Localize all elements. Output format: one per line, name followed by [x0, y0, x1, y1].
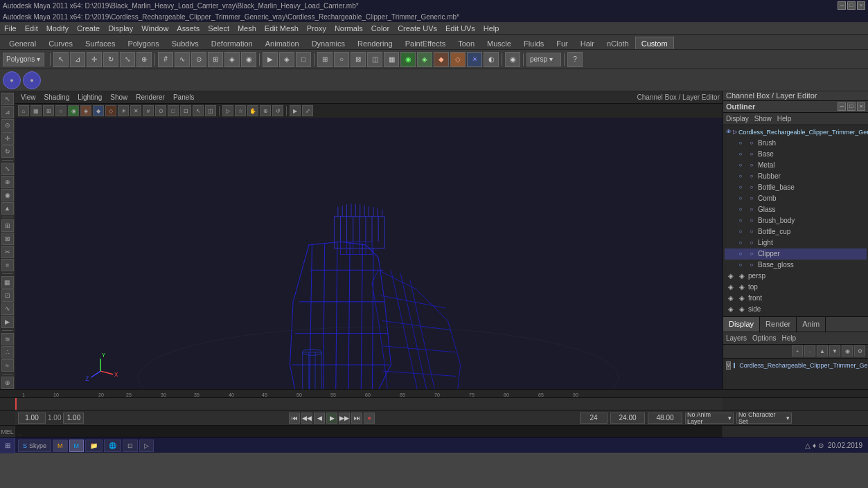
close-btn-1[interactable]: ×	[857, 1, 865, 10]
tex-btn[interactable]: ◆	[434, 52, 449, 67]
rotate-tool-btn[interactable]: ↻	[103, 52, 118, 67]
vp-icon-playblast[interactable]: ▷	[222, 105, 233, 116]
current-time-field[interactable]: 1.00	[18, 413, 46, 424]
display-menu-options[interactable]: Options	[752, 334, 776, 342]
outliner-item-metal[interactable]: ○ ○ Metal	[725, 160, 867, 171]
outliner-minimize-btn[interactable]: ─	[838, 102, 846, 111]
lasso-tool-btn[interactable]: ⊿	[70, 52, 85, 67]
layer-select-btn[interactable]: ◉	[842, 345, 853, 356]
layer-name[interactable]: Cordless_Rechargeable_Clipper_Trimmer_Ge…	[739, 362, 868, 369]
lt-rotate-btn[interactable]: ↻	[1, 145, 14, 158]
outliner-item-bottle-base[interactable]: ○ ○ Bottle_base	[725, 182, 867, 193]
vp-icon-bookmarks[interactable]: ☆	[235, 105, 246, 116]
light-btn[interactable]: ◇	[450, 52, 466, 67]
menu-select[interactable]: Select	[204, 22, 233, 34]
taskbar-item-browser[interactable]: 🌐	[104, 440, 121, 452]
lt-particles-btn[interactable]: ∴	[1, 346, 14, 359]
history-btn[interactable]: ⊞	[317, 52, 333, 67]
menu-edit[interactable]: Edit	[21, 22, 42, 34]
display-render-btn[interactable]: □	[296, 52, 311, 67]
prev-frame-btn[interactable]: ◀◀	[301, 413, 312, 424]
shelf-tab-curves[interactable]: Curves	[42, 37, 79, 49]
layer-visibility-check[interactable]: V	[726, 361, 731, 370]
outliner-item-brush-body[interactable]: ○ ○ Brush_body	[725, 215, 867, 226]
vp-icon-iso[interactable]: ◫	[205, 105, 216, 116]
shelf-tab-fur[interactable]: Fur	[550, 37, 574, 49]
display-menu-layers[interactable]: Layers	[726, 334, 747, 342]
shelf-tab-hair[interactable]: Hair	[574, 37, 601, 49]
layer-settings-btn[interactable]: ⚙	[854, 345, 865, 356]
lt-cut-btn[interactable]: ✂	[1, 246, 14, 258]
lt-fluids-btn[interactable]: ≈	[1, 359, 14, 372]
outliner-item-base-gloss[interactable]: ○ ○ Base_gloss	[725, 260, 867, 271]
menu-edit-uvs[interactable]: Edit UVs	[441, 22, 479, 34]
shelf-tab-rendering[interactable]: Rendering	[351, 37, 399, 49]
ipr-btn[interactable]: ◈	[279, 52, 294, 67]
display-menu-help[interactable]: Help	[781, 334, 796, 342]
snap-surface-btn[interactable]: ◈	[224, 52, 240, 67]
vp-menu-view[interactable]: View	[18, 93, 39, 101]
layer-up-btn[interactable]: ▲	[817, 345, 828, 356]
outliner-item-brush[interactable]: ○ ○ Brush	[725, 138, 867, 149]
menu-edit-mesh[interactable]: Edit Mesh	[260, 22, 303, 34]
vp-menu-panels[interactable]: Panels	[170, 93, 197, 101]
shelf-icon-1[interactable]: ●	[3, 71, 21, 89]
outliner-item-top[interactable]: ◈ ◈ top	[725, 282, 867, 293]
menu-assets[interactable]: Assets	[172, 22, 204, 34]
outliner-menu-show[interactable]: Show	[754, 115, 772, 123]
lt-scale-btn[interactable]: ⤡	[1, 163, 14, 175]
vp-icon-select[interactable]: ↖	[193, 105, 204, 116]
vp-icon-camera[interactable]: ⊙	[155, 105, 166, 116]
outliner-item-glass[interactable]: ○ ○ Glass	[725, 204, 867, 215]
shelf-tab-polygons[interactable]: Polygons	[121, 37, 165, 49]
snap-point-btn[interactable]: ⊙	[191, 52, 206, 67]
shelf-tab-general[interactable]: General	[3, 37, 42, 49]
start-frame-field[interactable]: 1.00	[63, 413, 84, 424]
taskbar-item-explorer[interactable]: 📁	[85, 440, 103, 452]
vp-icon-res[interactable]: □	[168, 105, 179, 116]
anim-layer-select[interactable]: No Anim Layer ▾	[685, 413, 734, 424]
outliner-item-comb[interactable]: ○ ○ Comb	[725, 193, 867, 204]
menu-display[interactable]: Display	[104, 22, 137, 34]
vp-icon-wire[interactable]: ⊞	[43, 105, 54, 116]
display-tab-render[interactable]: Render	[760, 317, 797, 332]
menu-create[interactable]: Create	[73, 22, 104, 34]
vp-icon-light2[interactable]: ✕	[130, 105, 141, 116]
vp-icon-shade3[interactable]: ◆	[93, 105, 104, 116]
lt-lasso-btn[interactable]: ⊿	[1, 106, 14, 118]
vp-icon-shade1[interactable]: ◉	[68, 105, 79, 116]
shelf-tab-animation[interactable]: Animation	[259, 37, 305, 49]
outliner-item-bottle-cup[interactable]: ○ ○ Bottle_cup	[725, 226, 867, 237]
taskbar-item-app2[interactable]: ▷	[139, 440, 154, 452]
vp-icon-zoom[interactable]: ⊕	[260, 105, 271, 116]
shelf-tab-ncloth[interactable]: nCloth	[601, 37, 635, 49]
outliner-item-root[interactable]: 👁 ▷ Cordless_Rechargeable_Clipper_Trimme…	[725, 127, 867, 138]
lt-target-btn[interactable]: ⊠	[1, 233, 14, 245]
camera-selector[interactable]: persp ▾	[526, 53, 561, 66]
menu-file[interactable]: File	[0, 22, 21, 34]
menu-create-uvs[interactable]: Create UVs	[393, 22, 441, 34]
shelf-tab-dynamics[interactable]: Dynamics	[305, 37, 351, 49]
xray-btn[interactable]: ◫	[367, 52, 382, 67]
vp-icon-expand[interactable]: ⤢	[302, 105, 313, 116]
taskbar-item-app1[interactable]: ⊡	[123, 440, 138, 452]
menu-modify[interactable]: Modify	[42, 22, 73, 34]
vp-icon-shade4[interactable]: ◇	[105, 105, 116, 116]
layer-new-btn[interactable]: +	[792, 345, 803, 356]
snap-curve-btn[interactable]: ∿	[175, 52, 190, 67]
next-key-btn[interactable]: ⏭	[351, 413, 362, 424]
outliner-item-clipper[interactable]: ○ ○ Clipper	[725, 248, 867, 260]
window-controls-1[interactable]: ─ □ ×	[838, 1, 865, 10]
vp-icon-next[interactable]: ▶	[290, 105, 301, 116]
lt-select-btn[interactable]: ↖	[1, 93, 14, 105]
display-tab-anim[interactable]: Anim	[797, 317, 826, 332]
menu-help[interactable]: Help	[479, 22, 504, 34]
outliner-item-side[interactable]: ◈ ◈ side	[725, 304, 867, 315]
outliner-menu-help[interactable]: Help	[777, 115, 792, 123]
select-tool-btn[interactable]: ↖	[53, 52, 69, 67]
vp-icon-pan[interactable]: ✋	[247, 105, 258, 116]
taskbar-item-maya1[interactable]: M	[53, 440, 68, 452]
auto-key-btn[interactable]: ●	[364, 413, 375, 424]
flat-btn[interactable]: ◈	[417, 52, 432, 67]
taskbar-item-maya2[interactable]: M	[69, 440, 85, 452]
